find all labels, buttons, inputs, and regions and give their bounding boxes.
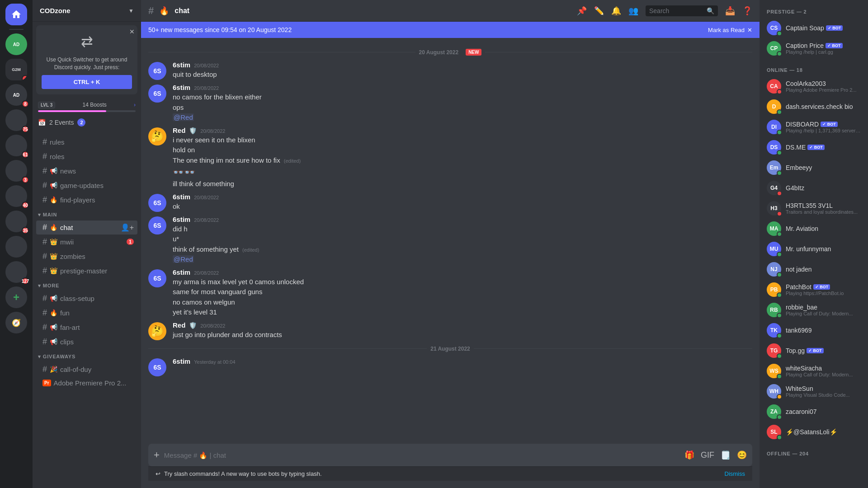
date-divider-text: 20 August 2022 xyxy=(419,49,459,56)
server-icon-5[interactable]: 61 xyxy=(5,135,27,156)
member-item-whitesiracha[interactable]: WS whiteSiracha Playing Call of Duty: Mo… xyxy=(761,361,866,381)
channel-item-game-updates[interactable]: # 📢 game-updates xyxy=(36,178,137,192)
message-header: 6stim 20/08/2022 xyxy=(173,268,752,276)
channel-item-rules[interactable]: # rules xyxy=(36,135,137,149)
member-item-captain-soap[interactable]: CS Captain Soap ✓ BOT xyxy=(761,18,866,38)
avatar: RB xyxy=(767,303,781,317)
server-icon-6[interactable]: 3 xyxy=(5,160,27,182)
member-item-h3rtl355[interactable]: H3 H3RTL355 3V1L Traitors and loyal subo… xyxy=(761,198,866,218)
member-item-patchbot[interactable]: PB PatchBot ✓ BOT Playing https://PatchB… xyxy=(761,280,866,300)
category-chevron-icon: ▾ xyxy=(38,354,41,360)
member-item-coolarka[interactable]: CA CoolArka2003 Playing Adobe Premiere P… xyxy=(761,76,866,96)
message-input[interactable] xyxy=(164,446,680,465)
divider-line xyxy=(474,348,752,349)
member-item-whitesun[interactable]: WH WhiteSun Playing Visual Studio Code..… xyxy=(761,381,866,401)
discover-servers-button[interactable]: 🧭 xyxy=(5,312,27,333)
help-icon[interactable]: ❓ xyxy=(742,6,752,16)
member-item-tank6969[interactable]: TK tank6969 xyxy=(761,320,866,340)
member-item-topgg[interactable]: TG Top.gg ✓ BOT xyxy=(761,341,866,361)
member-name-container: DS.ME ✓ BOT xyxy=(786,144,861,151)
member-item-disboard[interactable]: DI DISBOARD ✓ BOT Playing /help | 1,371,… xyxy=(761,117,866,137)
sticker-icon[interactable]: 🗒️ xyxy=(721,450,731,460)
channel-item-find-players[interactable]: # 🔥 find-players xyxy=(36,193,137,207)
server-icon-8[interactable]: 35 xyxy=(5,211,27,232)
channel-item-mwii[interactable]: # 👑 mwii 1 xyxy=(36,235,137,249)
server-icon-7[interactable]: 40 xyxy=(5,185,27,207)
channel-item-zombies[interactable]: # 👑 zombies xyxy=(36,249,137,263)
server-icon-1[interactable]: AD xyxy=(5,33,27,55)
offline-section-header: OFFLINE — 204 xyxy=(760,449,868,458)
quick-switcher-shortcut-button[interactable]: CTRL + K xyxy=(42,75,132,89)
channel-special-icon: 🎉 xyxy=(50,366,57,373)
message-row: 6S 6stim 20/08/2022 my arma is max level… xyxy=(141,267,760,319)
topbar-actions: 📌 ✏️ 🔔 👥 🔍 📥 ❓ xyxy=(577,5,752,16)
message-text: think of something yet (edited) xyxy=(173,244,752,255)
channel-item-prestige-master[interactable]: # 👑 prestige-master xyxy=(36,264,137,278)
server-icon-codzone[interactable]: G2M xyxy=(5,59,27,80)
server-icon-10[interactable]: 127 xyxy=(5,261,27,283)
member-item-satansloli[interactable]: SL ⚡@SatansLoli⚡ xyxy=(761,422,866,442)
member-item-not-jaden[interactable]: NJ not jaden xyxy=(761,259,866,279)
channel-item-chat[interactable]: # 🔥 chat 👤+ xyxy=(36,221,137,235)
pin-icon[interactable]: 📌 xyxy=(577,6,587,16)
add-member-icon[interactable]: 👤+ xyxy=(121,223,134,232)
channel-item-class-setup[interactable]: # 📢 class-setup xyxy=(36,291,137,305)
inbox-icon[interactable]: 📥 xyxy=(725,6,735,16)
server-icon-9[interactable] xyxy=(5,236,27,258)
channel-item-fan-art[interactable]: # 📢 fan-art xyxy=(36,320,137,334)
server-header[interactable]: CODzone ▼ xyxy=(33,0,141,22)
channel-item-fun[interactable]: # 🔥 fun xyxy=(36,306,137,320)
gift-icon[interactable]: 🎁 xyxy=(684,450,694,460)
member-item-g4bitz[interactable]: G4 G4bItz xyxy=(761,178,866,198)
quick-switcher-close-icon[interactable]: ✕ xyxy=(129,28,135,35)
add-attachment-button[interactable]: + xyxy=(154,444,160,466)
category-header-giveaways[interactable]: ▾ GIVEAWAYS xyxy=(36,352,137,361)
hash-icon: # xyxy=(42,195,47,205)
add-server-button[interactable]: + xyxy=(5,286,27,308)
message-row: 6S 6stim Yesterday at 00:04 xyxy=(141,356,760,378)
category-header-more[interactable]: ▾ MORE xyxy=(36,281,137,291)
server-icon-4[interactable]: 75 xyxy=(5,109,27,131)
search-icon: 🔍 xyxy=(707,7,714,14)
events-item[interactable]: 📅 2 Events 2 xyxy=(33,116,141,129)
server-icon-3[interactable]: AD 8 xyxy=(5,84,27,106)
gif-icon[interactable]: GIF xyxy=(701,450,714,460)
search-bar[interactable]: 🔍 xyxy=(646,5,718,16)
search-input[interactable] xyxy=(649,7,704,14)
message-text: my arma is max level yet 0 camos unlocke… xyxy=(173,277,752,287)
member-name: DISBOARD xyxy=(786,121,819,128)
members-icon[interactable]: 👥 xyxy=(628,6,638,16)
mark-read-button[interactable]: Mark as Read ✕ xyxy=(708,27,752,33)
member-item-caption-price[interactable]: CP Caption Price ✓ BOT Playing /help | c… xyxy=(761,38,866,58)
member-item-zacaroni07[interactable]: ZA zacaroni07 xyxy=(761,402,866,422)
slash-tip-dismiss-button[interactable]: Dismiss xyxy=(725,470,745,477)
channel-item-roles[interactable]: # roles xyxy=(36,150,137,164)
channel-sidebar: CODzone ▼ ✕ ⇄ Use Quick Switcher to get … xyxy=(33,0,141,488)
channel-item-call-of-duy[interactable]: # 🎉 call-of-duy xyxy=(36,362,137,376)
message-text: yet it's level 31 xyxy=(173,307,752,318)
notification-icon[interactable]: 🔔 xyxy=(611,6,621,16)
channel-name: game-updates xyxy=(60,182,134,189)
member-name: Mr. unfunnyman xyxy=(786,245,861,253)
new-messages-banner[interactable]: 50+ new messages since 09:54 on 20 Augus… xyxy=(141,22,760,38)
channel-item-news[interactable]: # 📢 news xyxy=(36,164,137,178)
member-item-mr-unfunnyman[interactable]: MU Mr. unfunnyman xyxy=(761,239,866,259)
edit-icon[interactable]: ✏️ xyxy=(594,6,604,16)
channel-item-adobe-premiere[interactable]: Pr Adobe Premiere Pro 2... xyxy=(36,377,137,389)
home-server-icon[interactable] xyxy=(5,4,27,25)
member-item-dash-services[interactable]: D dash.services.check bio xyxy=(761,97,866,117)
edited-label: (edited) xyxy=(284,158,301,164)
member-item-dsme[interactable]: DS DS.ME ✓ BOT xyxy=(761,137,866,157)
status-indicator xyxy=(777,292,782,298)
new-messages-text: 50+ new messages since 09:54 on 20 Augus… xyxy=(148,26,292,33)
member-item-robbie-bae[interactable]: RB robbie_bae Playing Call of Duty: Mode… xyxy=(761,300,866,320)
category-header-main[interactable]: ▾ MAIN xyxy=(36,210,137,220)
channel-item-clips[interactable]: # 📢 clips xyxy=(36,335,137,349)
member-item-mr-aviation[interactable]: MA Mr. Aviation xyxy=(761,219,866,239)
member-item-embeeyy[interactable]: Em Embeeyy xyxy=(761,158,866,178)
emoji-icon[interactable]: 😊 xyxy=(737,450,747,460)
message-text: ok xyxy=(173,202,752,212)
message-timestamp: 20/08/2022 xyxy=(194,195,219,200)
status-indicator xyxy=(777,109,782,115)
status-indicator xyxy=(777,211,782,216)
